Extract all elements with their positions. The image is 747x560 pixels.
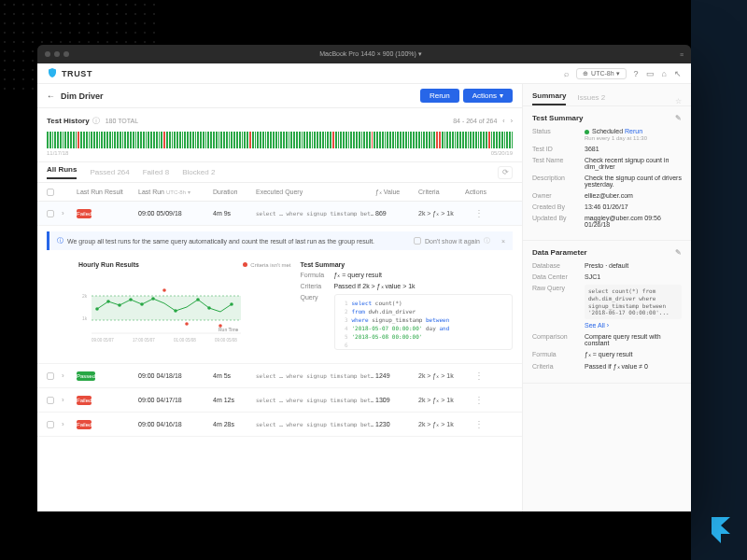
status-badge: Failed xyxy=(77,420,92,429)
tab-passed[interactable]: Passed 264 xyxy=(90,168,129,176)
svg-point-17 xyxy=(162,288,166,292)
brand[interactable]: TRUST xyxy=(47,67,92,80)
home-icon[interactable]: ⌂ xyxy=(662,69,667,78)
svg-point-10 xyxy=(129,298,133,301)
col-value[interactable]: ƒₓ Value xyxy=(375,189,418,196)
svg-point-12 xyxy=(151,297,155,301)
refresh-icon[interactable]: ⟳ xyxy=(498,166,513,179)
history-start: 11/17/18 xyxy=(47,150,68,156)
info-icon[interactable]: ⓘ xyxy=(92,116,100,126)
tab-blocked[interactable]: Blocked 2 xyxy=(182,168,215,176)
window-controls[interactable] xyxy=(45,51,69,57)
svg-point-18 xyxy=(185,322,189,326)
info-icon: ⓘ xyxy=(57,236,63,245)
row-actions[interactable]: ⋮ xyxy=(465,208,493,218)
col-last-result[interactable]: Last Run Result xyxy=(77,189,138,195)
brand-text: TRUST xyxy=(62,69,92,78)
page-title: Dim Driver xyxy=(61,91,104,101)
run-duration: 4m 9s xyxy=(213,210,256,217)
shield-icon xyxy=(47,67,58,80)
table-row[interactable]: › Failed 09:00 04/17/18 4m 12s select … … xyxy=(37,388,522,413)
fx-value: 869 xyxy=(375,210,418,217)
table-row[interactable]: › Failed 09:00 05/09/18 4m 9s select … w… xyxy=(37,202,522,226)
col-criteria[interactable]: Criteria xyxy=(418,189,465,195)
svg-point-14 xyxy=(196,298,200,301)
test-name: Check recent signup count in dim_driver xyxy=(585,157,682,170)
col-executed[interactable]: Executed Query xyxy=(256,189,375,195)
table-row[interactable]: › Passed 09:00 04/18/18 4m 5s select … w… xyxy=(37,364,522,388)
table-row[interactable]: › Failed 09:00 04/16/18 4m 28s select … … xyxy=(37,413,522,437)
table-header: Last Run Result Last Run UTC-8h ▾ Durati… xyxy=(37,183,522,202)
history-prev[interactable]: ‹ xyxy=(502,118,504,124)
test-owner: elliez@uber.com xyxy=(585,192,682,199)
svg-rect-3 xyxy=(92,296,241,320)
hourly-run-chart: 2k 1k ƒₓ value xyxy=(78,272,247,346)
tab-failed[interactable]: Failed 8 xyxy=(143,168,169,176)
chart-legend: Criteria isn't met xyxy=(243,262,290,268)
edit-icon[interactable]: ✎ xyxy=(675,248,682,257)
svg-point-11 xyxy=(140,302,144,306)
svg-point-16 xyxy=(230,302,233,306)
raw-query: select count(*) from dwh.dim_driver wher… xyxy=(585,285,682,319)
svg-point-8 xyxy=(106,300,110,303)
col-duration[interactable]: Duration xyxy=(213,189,256,195)
row-actions[interactable]: ⋮ xyxy=(465,395,493,405)
col-last-run[interactable]: Last Run UTC-8h ▾ xyxy=(138,189,213,195)
history-end: 05/20/19 xyxy=(491,150,513,156)
test-id: 3681 xyxy=(585,146,682,152)
updated-by: maggiey@uber.com 09:56 01/26/18 xyxy=(585,215,682,228)
grouping-notice: ⓘ We group all test runs for the same qu… xyxy=(47,231,513,250)
row-actions[interactable]: ⋮ xyxy=(465,371,493,381)
book-icon[interactable]: ▭ xyxy=(646,69,655,78)
svg-point-15 xyxy=(207,306,211,310)
expand-chevron[interactable]: › xyxy=(62,371,77,380)
detail-summary-title: Test Summary xyxy=(301,261,514,268)
history-total: 180 TOTAL xyxy=(106,118,138,124)
star-icon[interactable]: ☆ xyxy=(675,97,682,105)
menu-icon[interactable]: ≡ xyxy=(672,51,684,58)
svg-point-7 xyxy=(95,307,99,311)
chevron-down-icon: ▾ xyxy=(500,91,503,100)
row-checkbox[interactable] xyxy=(47,210,54,217)
dont-show-again[interactable]: Don't show it again ⓘ xyxy=(414,236,490,245)
svg-text:2k: 2k xyxy=(82,293,88,299)
history-next[interactable]: › xyxy=(511,118,513,124)
select-all-checkbox[interactable] xyxy=(47,189,54,196)
close-icon[interactable]: × xyxy=(501,238,505,245)
tab-issues[interactable]: Issues 2 xyxy=(577,93,605,105)
tab-summary[interactable]: Summary xyxy=(532,91,566,105)
chart-title: Hourly Run Results xyxy=(78,261,139,268)
back-icon[interactable]: ← xyxy=(47,91,55,101)
see-all-link[interactable]: See All › xyxy=(585,322,682,329)
test-description: Check the signup count of drivers yester… xyxy=(585,175,682,188)
edit-icon[interactable]: ✎ xyxy=(675,114,682,122)
timezone-selector[interactable]: ⊕UTC-8h ▾ xyxy=(576,68,626,79)
window-title: MacBook Pro 1440 × 900 (100%) ▾ xyxy=(69,50,672,58)
expand-chevron[interactable]: › xyxy=(62,209,77,217)
row-checkbox[interactable] xyxy=(47,372,54,380)
row-actions[interactable]: ⋮ xyxy=(465,419,493,429)
svg-point-9 xyxy=(118,303,121,307)
row-checkbox[interactable] xyxy=(47,397,54,404)
status-badge: Failed xyxy=(77,209,92,218)
sidebar-rerun-link[interactable]: Rerun xyxy=(625,128,642,134)
criteria-value: 2k > ƒₓ > 1k xyxy=(418,210,465,217)
svg-text:09:00 05/08: 09:00 05/08 xyxy=(215,338,237,343)
svg-text:09:00 05/07: 09:00 05/07 xyxy=(92,338,114,343)
status-badge: Passed xyxy=(77,371,95,381)
expand-chevron[interactable]: › xyxy=(62,396,77,404)
tab-all-runs[interactable]: All Runs xyxy=(47,165,77,179)
cursor-icon: ↖ xyxy=(674,69,682,78)
run-timestamp: 09:00 05/09/18 xyxy=(138,210,213,217)
actions-dropdown[interactable]: Actions▾ xyxy=(463,89,513,103)
rerun-button[interactable]: Rerun xyxy=(420,89,459,103)
query-code: 1select count(*) 2from dwh.dim_driver 3w… xyxy=(334,294,514,350)
row-checkbox[interactable] xyxy=(47,421,54,428)
history-strip[interactable] xyxy=(47,132,513,148)
created-by: 13:46 01/26/17 xyxy=(585,203,682,210)
search-icon[interactable]: ⌕ xyxy=(564,69,569,78)
expand-chevron[interactable]: › xyxy=(62,420,77,428)
svg-text:17:00 05/07: 17:00 05/07 xyxy=(133,338,155,343)
notice-text: We group all test runs for the same quer… xyxy=(67,238,374,245)
help-icon[interactable]: ? xyxy=(634,69,639,78)
